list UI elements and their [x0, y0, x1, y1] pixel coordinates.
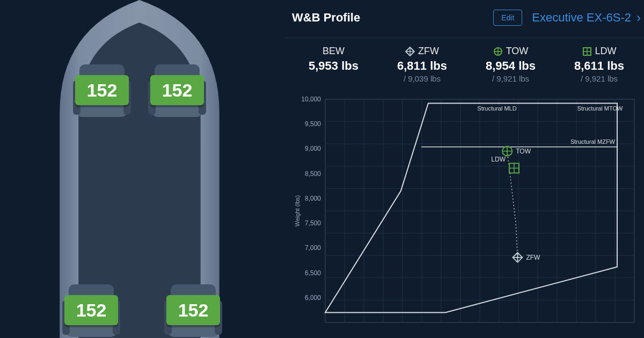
svg-text:9,500: 9,500 [305, 120, 321, 128]
stat-max: / 9,921 lbs [469, 74, 552, 83]
wb-envelope-chart: 6,0006,5007,0007,5008,0008,5009,0009,500… [292, 93, 641, 329]
chevron-right-icon: › [636, 11, 641, 24]
seat-1L[interactable]: 152 [70, 59, 134, 123]
stat-label-text: TOW [506, 46, 529, 57]
seat-2R[interactable]: 152 [161, 279, 225, 338]
seat-weight-badge: 152 [150, 75, 204, 105]
svg-text:ZFW: ZFW [526, 254, 540, 261]
stat-ldw: LDW 8,611 lbs / 9,921 lbs [558, 46, 641, 83]
seat-2L[interactable]: 152 [59, 279, 123, 338]
svg-text:Structural MLD: Structural MLD [477, 105, 516, 112]
cabin-seat-map: 152 152 152 [0, 0, 279, 338]
svg-text:8,500: 8,500 [305, 170, 321, 178]
svg-text:6,000: 6,000 [305, 294, 321, 302]
seat-weight-badge: 152 [75, 75, 129, 105]
aircraft-selector[interactable]: Executive EX-6S-2 › [532, 11, 641, 25]
svg-text:Weight (lbs): Weight (lbs) [294, 195, 301, 226]
svg-text:8,000: 8,000 [305, 195, 321, 202]
svg-text:Structural MZFW: Structural MZFW [570, 138, 616, 145]
stat-label-text: LDW [595, 46, 617, 57]
stat-value: 8,611 lbs [558, 59, 641, 73]
seat-weight-badge: 152 [166, 295, 220, 325]
stat-label-text: BEW [323, 46, 345, 57]
seat-1R[interactable]: 152 [145, 59, 209, 123]
aircraft-name: Executive EX-6S-2 [532, 11, 631, 25]
stat-tow: TOW 8,954 lbs / 9,921 lbs [469, 46, 552, 83]
page-title: W&B Profile [292, 11, 360, 25]
stat-zfw: ZFW 6,811 lbs / 9,039 lbs [380, 46, 464, 83]
svg-text:6,500: 6,500 [305, 269, 321, 277]
stat-max: / 9,039 lbs [380, 74, 464, 83]
wb-panel: W&B Profile Edit Executive EX-6S-2 › BEW… [279, 0, 644, 338]
svg-text:10,000: 10,000 [301, 95, 321, 103]
stat-value: 5,953 lbs [292, 59, 375, 73]
tow-marker-icon [493, 47, 503, 56]
ldw-marker-icon [582, 47, 592, 56]
svg-text:7,500: 7,500 [305, 219, 321, 227]
stat-value: 6,811 lbs [380, 59, 464, 73]
svg-text:LDW: LDW [491, 156, 506, 163]
stat-max: / 9,921 lbs [558, 74, 641, 83]
zfw-marker-icon [405, 47, 415, 56]
edit-button[interactable]: Edit [493, 10, 522, 26]
weight-stats-row: BEW 5,953 lbs ZFW 6,811 lbs / 9,039 lbs [284, 38, 644, 83]
stat-label-text: ZFW [418, 46, 439, 57]
stat-value: 8,954 lbs [469, 59, 552, 73]
stat-bew: BEW 5,953 lbs [292, 46, 375, 83]
svg-text:9,000: 9,000 [305, 145, 321, 152]
seat-weight-badge: 152 [64, 295, 118, 325]
svg-text:TOW: TOW [516, 148, 531, 155]
svg-text:7,000: 7,000 [305, 244, 321, 252]
svg-text:Structural MTOW: Structural MTOW [577, 105, 623, 112]
